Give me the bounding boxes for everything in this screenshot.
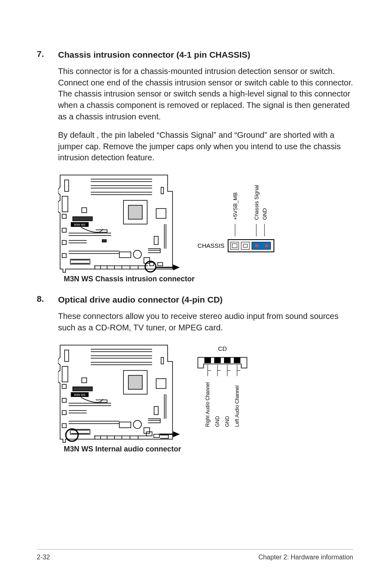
svg-rect-38 xyxy=(150,263,154,266)
svg-rect-49 xyxy=(241,242,249,249)
svg-point-36 xyxy=(145,261,156,272)
body-paragraph: By default , the pin labeled “Chassis Si… xyxy=(58,130,353,164)
svg-rect-66 xyxy=(161,357,164,364)
svg-rect-57 xyxy=(62,398,66,402)
svg-rect-56 xyxy=(62,384,66,388)
svg-rect-5 xyxy=(62,254,66,258)
svg-rect-31 xyxy=(154,236,158,245)
diagram-caption: M3N WS Chassis intrusion connector xyxy=(64,275,353,283)
svg-rect-95 xyxy=(214,357,221,363)
svg-text:M3N WS: M3N WS xyxy=(74,223,85,226)
svg-text:Left Audio Channel: Left Audio Channel xyxy=(234,385,240,426)
heading-number: 8. xyxy=(37,294,58,305)
svg-rect-37 xyxy=(102,240,106,242)
body-paragraph: These connectors allow you to receive st… xyxy=(58,311,353,333)
svg-rect-55 xyxy=(62,366,68,382)
svg-rect-52 xyxy=(255,245,258,247)
svg-rect-59 xyxy=(62,424,66,428)
svg-point-87 xyxy=(133,420,141,429)
svg-rect-3 xyxy=(62,228,66,232)
svg-rect-4 xyxy=(62,240,66,245)
svg-rect-70 xyxy=(82,378,87,383)
chapter-label: Chapter 2: Hardware information xyxy=(258,554,353,561)
svg-rect-94 xyxy=(204,357,211,363)
body-paragraph: This connector is for a chassis-mounted … xyxy=(58,66,353,122)
svg-text:GND: GND xyxy=(262,208,268,220)
svg-rect-69 xyxy=(156,379,166,388)
svg-rect-50 xyxy=(243,244,247,247)
heading-row: 8. Optical drive audio connector (4-pin … xyxy=(37,294,353,305)
svg-rect-0 xyxy=(65,180,69,191)
svg-rect-54 xyxy=(65,350,69,361)
svg-text:M3N WS: M3N WS xyxy=(74,393,85,396)
heading-row: 7. Chassis intrusion connector (4-1 pin … xyxy=(37,49,353,60)
diagram-cd-audio: M3N WS xyxy=(58,341,353,453)
svg-text:Chassis Signal: Chassis Signal xyxy=(253,185,260,220)
svg-text:GND: GND xyxy=(215,416,220,427)
page-footer: 2-32 Chapter 2: Hardware information xyxy=(37,549,353,561)
heading-number: 7. xyxy=(37,49,58,60)
svg-rect-91 xyxy=(146,432,152,436)
chassis-pinout-icon: +5VSB_MB Chassis Signal GND CHASSIS xyxy=(193,183,279,261)
svg-rect-68 xyxy=(128,375,142,389)
heading-title: Optical drive audio connector (4-pin CD) xyxy=(58,294,223,305)
svg-rect-2 xyxy=(62,214,66,218)
svg-rect-97 xyxy=(234,357,240,363)
svg-point-33 xyxy=(133,250,141,258)
diagram-chassis: M3N WS xyxy=(58,171,353,283)
heading-title: Chassis intrusion connector (4-1 pin CHA… xyxy=(58,49,250,60)
section-chassis-intrusion: 7. Chassis intrusion connector (4-1 pin … xyxy=(37,49,353,283)
svg-text:+5VSB_MB: +5VSB_MB xyxy=(232,192,238,220)
section-optical-audio: 8. Optical drive audio connector (4-pin … xyxy=(37,294,353,453)
svg-text:Right Audio Channel: Right Audio Channel xyxy=(205,382,211,426)
svg-text:GND: GND xyxy=(224,416,230,427)
svg-rect-16 xyxy=(82,208,87,213)
cd-pinout-icon: CD Right Audio xyxy=(193,345,258,431)
motherboard-diagram-icon: M3N WS xyxy=(58,171,181,273)
svg-rect-86 xyxy=(119,422,131,428)
svg-rect-47 xyxy=(231,242,239,249)
svg-rect-17 xyxy=(73,217,92,221)
svg-rect-85 xyxy=(154,406,158,415)
svg-rect-32 xyxy=(119,252,131,258)
diagram-caption: M3N WS Internal audio connector xyxy=(64,445,353,453)
motherboard-diagram-icon: M3N WS xyxy=(58,341,181,443)
svg-text:CD: CD xyxy=(218,345,227,352)
page-number: 2-32 xyxy=(37,554,50,561)
svg-rect-88 xyxy=(144,428,150,433)
svg-text:CHASSIS: CHASSIS xyxy=(197,242,224,249)
svg-rect-15 xyxy=(156,209,166,218)
svg-rect-58 xyxy=(62,411,66,415)
svg-rect-92 xyxy=(154,434,159,438)
svg-rect-14 xyxy=(128,205,142,219)
svg-rect-71 xyxy=(73,387,92,391)
svg-rect-96 xyxy=(224,357,231,363)
svg-rect-48 xyxy=(232,244,237,248)
svg-rect-1 xyxy=(62,196,68,212)
svg-rect-12 xyxy=(161,187,164,194)
svg-rect-53 xyxy=(265,245,268,247)
